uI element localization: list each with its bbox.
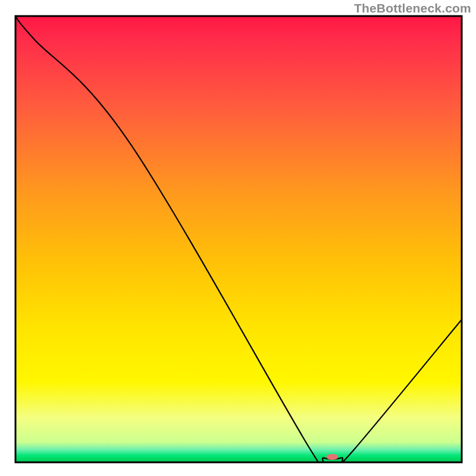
watermark-text: TheBottleneck.com [354,1,471,15]
bottleneck-chart [0,0,476,476]
optimal-marker [327,454,339,460]
chart-container: TheBottleneck.com [0,0,476,476]
